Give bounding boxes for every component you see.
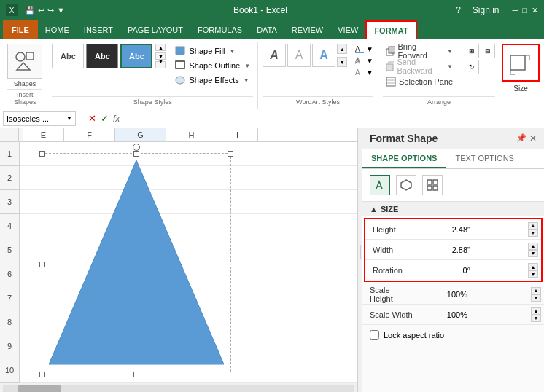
tab-view[interactable]: VIEW xyxy=(330,20,365,39)
handle-bottom[interactable] xyxy=(133,372,139,377)
handle-topleft[interactable] xyxy=(39,151,45,157)
maximize-button[interactable]: □ xyxy=(522,6,527,15)
fill-effects-icon[interactable] xyxy=(370,175,390,195)
shape-options-icon[interactable] xyxy=(396,175,416,195)
rotation-up[interactable]: ▲ xyxy=(528,263,538,270)
confirm-icon[interactable]: ✓ xyxy=(101,113,109,124)
handle-top[interactable] xyxy=(133,151,139,157)
customize-icon[interactable]: ▼ xyxy=(57,6,65,15)
send-backward-button[interactable]: Send Backward ▼ xyxy=(383,59,456,74)
shape-style-more[interactable]: ▼─ xyxy=(155,61,166,68)
handle-topright[interactable] xyxy=(228,151,233,157)
shape-fill-arrow[interactable]: ▼ xyxy=(229,48,235,55)
align-button[interactable]: ⊞ xyxy=(465,44,479,58)
tab-shape-options[interactable]: SHAPE OPTIONS xyxy=(362,149,446,168)
shape-style-3[interactable]: Abc xyxy=(120,44,152,68)
tab-review[interactable]: REVIEW xyxy=(284,20,330,39)
panel-pin-icon[interactable]: 📌 xyxy=(516,133,526,144)
tab-home[interactable]: HOME xyxy=(38,20,77,39)
tab-file[interactable]: FILE xyxy=(3,20,38,39)
tab-page-layout[interactable]: PAGE LAYOUT xyxy=(120,20,190,39)
minimize-button[interactable]: ─ xyxy=(513,6,518,15)
rotation-handle[interactable] xyxy=(133,144,140,151)
size-content xyxy=(505,47,537,79)
shapes-button[interactable] xyxy=(7,44,42,79)
scale-width-input[interactable] xyxy=(424,310,467,319)
tab-text-options[interactable]: TEXT OPTIONS xyxy=(446,149,522,168)
handle-right[interactable] xyxy=(228,262,233,267)
bring-forward-arrow[interactable]: ▼ xyxy=(447,48,453,55)
panel-close-button[interactable]: ✕ xyxy=(529,133,537,144)
shape-fill-button[interactable]: Shape Fill ▼ xyxy=(171,44,253,58)
shape-effects-button[interactable]: Shape Effects ▼ xyxy=(171,73,253,87)
grid-area: 1 2 3 4 5 6 7 8 9 10 xyxy=(0,142,357,383)
shape-outline-icon xyxy=(174,60,186,71)
insert-shapes-group: Shapes Insert Shapes xyxy=(3,42,47,109)
lock-aspect-row: Lock aspect ratio xyxy=(362,325,544,345)
text-effects-button[interactable]: A ▼ xyxy=(354,67,373,77)
h-scroll-track[interactable] xyxy=(3,385,354,392)
handle-bottomright[interactable] xyxy=(228,372,233,377)
scale-width-up[interactable]: ▲ xyxy=(531,307,541,315)
insert-function-icon[interactable]: fx xyxy=(113,114,120,124)
wordart-a-button[interactable]: A xyxy=(263,44,286,67)
scale-height-down[interactable]: ▼ xyxy=(531,294,541,302)
formula-input[interactable] xyxy=(123,114,541,123)
handle-bottomleft[interactable] xyxy=(39,372,45,377)
scale-height-up[interactable]: ▲ xyxy=(531,287,541,294)
save-icon[interactable]: 💾 xyxy=(25,6,35,15)
row-10: 10 xyxy=(0,358,19,383)
layout-icon[interactable] xyxy=(422,175,443,195)
rotation-down[interactable]: ▼ xyxy=(528,270,538,278)
bring-forward-button[interactable]: Bring Forward ▼ xyxy=(383,44,456,58)
col-g: G xyxy=(115,128,166,141)
h-scroll[interactable] xyxy=(0,383,357,392)
rotation-input[interactable] xyxy=(427,266,470,275)
cancel-icon[interactable]: ✕ xyxy=(88,113,96,124)
name-box[interactable]: Isosceles ... ▼ xyxy=(3,111,76,126)
tab-data[interactable]: DATA xyxy=(249,20,284,39)
shape-outline-button[interactable]: Shape Outline ▼ xyxy=(171,58,253,73)
selection-pane-button[interactable]: Selection Pane xyxy=(383,74,456,89)
size-section-header[interactable]: ▲ SIZE xyxy=(362,202,544,216)
text-fill-button[interactable]: A ▼ xyxy=(354,44,373,54)
handle-left[interactable] xyxy=(39,262,45,267)
svg-point-6 xyxy=(176,77,184,84)
width-down[interactable]: ▼ xyxy=(528,250,538,257)
shape-style-up[interactable]: ▲ xyxy=(155,44,166,51)
height-input[interactable] xyxy=(427,225,470,234)
send-backward-icon xyxy=(386,61,394,71)
width-input[interactable] xyxy=(427,246,470,254)
shape-effects-arrow[interactable]: ▼ xyxy=(244,77,249,84)
shape-style-2[interactable]: Abc xyxy=(86,44,118,68)
scale-height-input[interactable] xyxy=(424,290,467,299)
group-button[interactable]: ⊟ xyxy=(481,44,495,58)
height-down[interactable]: ▼ xyxy=(528,230,538,237)
tab-insert[interactable]: INSERT xyxy=(77,20,120,39)
close-button[interactable]: ✕ xyxy=(532,6,538,15)
send-backward-arrow[interactable]: ▼ xyxy=(447,63,453,70)
sign-in[interactable]: Sign in xyxy=(473,5,500,15)
scale-width-down[interactable]: ▼ xyxy=(531,315,541,322)
lock-aspect-checkbox[interactable] xyxy=(370,330,379,340)
tab-format[interactable]: FORMAT xyxy=(365,20,416,39)
h-scroll-thumb[interactable] xyxy=(18,385,61,392)
undo-icon[interactable]: ↩ xyxy=(38,6,44,15)
shape-outline-arrow[interactable]: ▼ xyxy=(244,63,250,69)
wordart-a3-button[interactable]: A xyxy=(312,44,335,67)
triangle-shape[interactable] xyxy=(45,157,228,372)
help-icon[interactable]: ? xyxy=(456,5,461,15)
svg-rect-15 xyxy=(386,77,395,86)
tab-formulas[interactable]: FORMULAS xyxy=(190,20,249,39)
wordart-up[interactable]: ▲ xyxy=(337,44,347,54)
shape-style-1[interactable]: Abc xyxy=(52,44,84,68)
format-panel-icon-row xyxy=(362,169,544,202)
rotate-button[interactable]: ↻ xyxy=(465,60,479,74)
wordart-a2-button[interactable]: A xyxy=(287,44,311,67)
width-up[interactable]: ▲ xyxy=(528,243,538,250)
text-outline-button[interactable]: A ▼ xyxy=(354,55,373,66)
redo-icon[interactable]: ↪ xyxy=(47,6,54,15)
wordart-down[interactable]: ▼ xyxy=(337,57,347,67)
name-box-arrow[interactable]: ▼ xyxy=(66,115,72,122)
height-up[interactable]: ▲ xyxy=(528,222,538,230)
